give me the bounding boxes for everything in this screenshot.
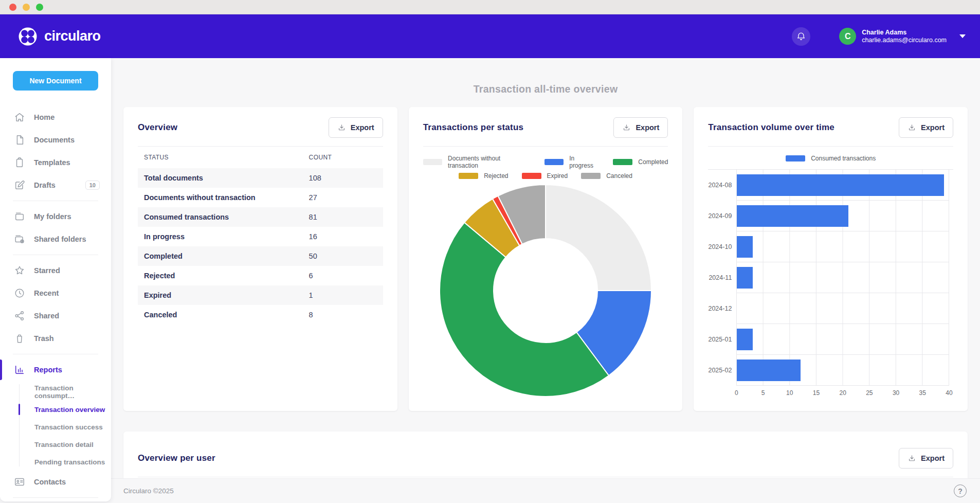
count-cell: 108 <box>309 174 383 182</box>
share-icon <box>14 310 25 321</box>
help-button[interactable]: ? <box>954 484 967 497</box>
sidebar-item-label: Shared folders <box>34 235 86 243</box>
status-cell: Documents without transaction <box>144 193 309 202</box>
sidebar-item-label: Templates <box>34 158 70 167</box>
sidebar-subitem-transaction-consumption[interactable]: Transaction consumpt… <box>0 383 111 401</box>
export-button[interactable]: Export <box>613 117 668 138</box>
sidebar-item-trash[interactable]: Trash <box>0 327 111 350</box>
legend-swatch <box>522 173 541 179</box>
sidebar-item-label: Drafts <box>34 181 56 189</box>
x-tick-label: 5 <box>761 389 765 397</box>
table-row: Documents without transaction27 <box>138 188 383 207</box>
sidebar-item-shared[interactable]: Shared <box>0 304 111 327</box>
legend-swatch <box>545 159 564 165</box>
status-cell: Completed <box>144 252 309 260</box>
transactions-per-status-card: Transactions per status Export Documents… <box>409 107 683 411</box>
overview-card: Overview Export STATUS COUNT Total docum… <box>123 107 397 411</box>
new-document-button[interactable]: New Document <box>13 71 98 91</box>
circularo-logo-icon <box>17 26 38 47</box>
app-window: circularo C Charlie Adams charlie.adams@… <box>0 0 980 503</box>
bar-row: 2024-12 <box>708 293 953 324</box>
sidebar-item-my-folders[interactable]: My folders <box>0 205 111 228</box>
home-icon <box>14 112 25 123</box>
sidebar-item-drafts[interactable]: Drafts 10 <box>0 174 111 196</box>
sidebar-item-templates[interactable]: Templates <box>0 151 111 174</box>
bar-row: 2024-09 <box>708 201 953 231</box>
count-cell: 1 <box>309 291 383 299</box>
brand-logo[interactable]: circularo <box>17 26 101 47</box>
bar <box>737 329 753 350</box>
count-cell: 8 <box>309 311 383 319</box>
brand-name: circularo <box>44 28 101 44</box>
legend-swatch <box>459 173 478 179</box>
sidebar-item-contacts[interactable]: Contacts <box>0 471 111 493</box>
x-tick-label: 25 <box>866 389 873 397</box>
bar-row: 2024-11 <box>708 262 953 293</box>
sidebar-subitem-pending-transactions[interactable]: Pending transactions <box>0 453 111 471</box>
table-row: Canceled8 <box>138 305 383 325</box>
sidebar-subitem-transaction-detail[interactable]: Transaction detail <box>0 436 111 453</box>
legend-item[interactable]: Completed <box>613 155 668 169</box>
legend-item[interactable]: Expired <box>522 172 568 179</box>
status-cell: Consumed transactions <box>144 213 309 221</box>
status-cell: Total documents <box>144 174 309 182</box>
category-label: 2024-09 <box>708 212 736 220</box>
sidebar-item-recent[interactable]: Recent <box>0 282 111 304</box>
sidebar-item-reports[interactable]: Reports <box>0 358 111 381</box>
sidebar-item-home[interactable]: Home <box>0 106 111 129</box>
x-axis-ticks: 0510152025303540 <box>736 386 949 398</box>
fullscreen-button[interactable] <box>36 4 43 11</box>
x-tick-label: 20 <box>839 389 846 397</box>
legend-label: Rejected <box>484 172 508 179</box>
sidebar-item-label: Shared <box>34 312 59 320</box>
count-cell: 16 <box>309 232 383 241</box>
status-cell: Canceled <box>144 311 309 319</box>
x-tick-label: 10 <box>786 389 793 397</box>
category-label: 2024-10 <box>708 243 736 250</box>
sidebar-item-starred[interactable]: Starred <box>0 259 111 282</box>
card-title: Overview <box>138 122 177 133</box>
document-icon <box>14 134 25 146</box>
legend-item[interactable]: Consumed transactions <box>786 155 876 162</box>
sidebar-item-label: Documents <box>34 136 75 144</box>
sidebar-divider <box>13 255 98 255</box>
sidebar-item-label: Home <box>34 113 55 121</box>
table-row: Consumed transactions81 <box>138 207 383 227</box>
card-title: Transactions per status <box>423 122 523 133</box>
user-menu[interactable]: C Charlie Adams charlie.adams@circularo.… <box>839 28 966 45</box>
sidebar-item-documents[interactable]: Documents <box>0 129 111 151</box>
bar <box>737 174 943 196</box>
close-button[interactable] <box>9 4 16 11</box>
export-button[interactable]: Export <box>329 117 383 138</box>
donut-slice <box>546 185 651 291</box>
bar-track <box>736 262 949 293</box>
table-header: STATUS COUNT <box>138 147 383 168</box>
app-header: circularo C Charlie Adams charlie.adams@… <box>0 14 980 58</box>
legend-item[interactable]: In progress <box>545 155 600 169</box>
legend-item[interactable]: Canceled <box>581 172 632 179</box>
sidebar-divider <box>13 497 98 498</box>
minimize-button[interactable] <box>23 4 30 11</box>
category-label: 2025-01 <box>708 336 736 343</box>
copyright-text: Circularo ©2025 <box>123 487 174 495</box>
legend-item[interactable]: Rejected <box>459 172 508 179</box>
notifications-button[interactable] <box>792 27 810 46</box>
export-button[interactable]: Export <box>899 448 953 469</box>
download-icon <box>622 123 631 132</box>
bar <box>737 360 801 381</box>
overview-per-user-card: Overview per user Export <box>123 432 968 478</box>
bell-icon <box>796 31 806 42</box>
sidebar-subitem-transaction-success[interactable]: Transaction success <box>0 418 111 436</box>
sidebar-subitem-transaction-overview[interactable]: Transaction overview <box>0 401 111 418</box>
export-button[interactable]: Export <box>899 117 953 138</box>
legend-item[interactable]: Documents without transaction <box>423 155 531 169</box>
table-row: Expired1 <box>138 285 383 305</box>
bar-track <box>736 231 949 262</box>
edit-icon <box>14 179 25 191</box>
user-email: charlie.adams@circularo.com <box>862 37 947 44</box>
legend-label: Canceled <box>606 172 632 179</box>
sidebar-item-label: Trash <box>34 334 54 343</box>
card-title: Overview per user <box>138 453 215 463</box>
legend-swatch <box>581 173 601 179</box>
sidebar-item-shared-folders[interactable]: Shared folders <box>0 228 111 250</box>
